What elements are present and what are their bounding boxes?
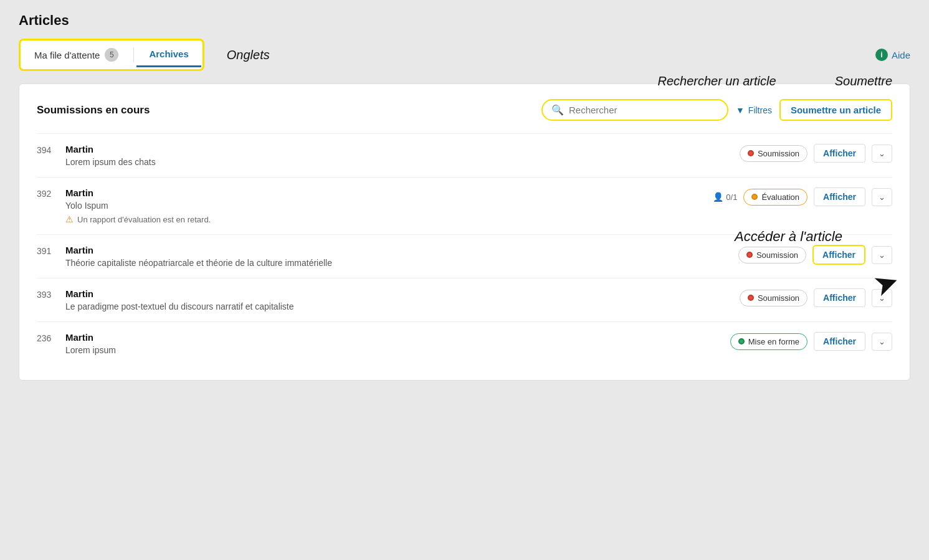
- filter-icon: ▼: [736, 105, 745, 115]
- status-label: Soumission: [756, 250, 798, 260]
- author-name: Martin: [65, 288, 294, 299]
- main-card: Soumissions en cours Rechercher un artic…: [19, 83, 910, 381]
- submission-right: Mise en forme Afficher ⌄: [730, 332, 892, 351]
- view-button[interactable]: Afficher: [814, 144, 865, 163]
- reviewer-count-value: 0/1: [726, 192, 737, 202]
- submission-title: Théorie capitaliste néopatriarcale et th…: [65, 258, 332, 268]
- view-button[interactable]: Afficher: [814, 187, 865, 206]
- warning-text: Un rapport d'évaluation est en retard.: [77, 215, 211, 224]
- status-dot-green: [738, 338, 745, 344]
- search-box: 🔍: [541, 99, 728, 121]
- submission-right: Soumission Afficher ⌄: [740, 288, 892, 307]
- status-badge: Évaluation: [743, 189, 808, 206]
- annotation-onglets: Onglets: [227, 48, 270, 62]
- table-row: Accéder à l'article 391 Martin Théorie c…: [37, 234, 892, 278]
- tab-queue-label: Ma file d'attente: [34, 50, 100, 60]
- submission-id: 392: [37, 187, 55, 199]
- submission-left: 392 Martin Yolo Ispum ⚠ Un rapport d'éva…: [37, 187, 713, 224]
- filters-button[interactable]: ▼ Filtres: [736, 105, 772, 115]
- status-dot-red: [746, 252, 753, 258]
- table-row: 236 Martin Lorem ipsum Mise en forme Aff…: [37, 321, 892, 365]
- submission-info: Martin Lorem ipsum: [65, 332, 116, 355]
- chevron-down-button[interactable]: ⌄: [872, 333, 892, 351]
- submission-left: 391 Martin Théorie capitaliste néopatria…: [37, 245, 332, 268]
- submission-id: 393: [37, 288, 55, 300]
- submission-right: Soumission Afficher ⌄: [740, 144, 892, 163]
- submit-article-button[interactable]: Soumettre un article: [779, 99, 892, 121]
- submissions-list: 394 Martin Lorem ipsum des chats Soumiss…: [37, 133, 892, 365]
- status-dot-red: [748, 295, 754, 301]
- table-row: 393 Martin Le paradigme post-textuel du …: [37, 278, 892, 321]
- tab-queue-badge: 5: [105, 48, 118, 62]
- submission-info: Martin Théorie capitaliste néopatriarcal…: [65, 245, 332, 268]
- help-label: Aide: [892, 50, 910, 60]
- warning-icon: ⚠: [65, 214, 74, 224]
- help-button[interactable]: i Aide: [875, 49, 910, 61]
- tab-divider: [133, 47, 134, 62]
- warning-row: ⚠ Un rapport d'évaluation est en retard.: [65, 214, 211, 224]
- status-badge: Mise en forme: [730, 333, 808, 350]
- person-icon: 👤: [713, 192, 723, 202]
- submission-id: 391: [37, 245, 55, 256]
- table-row: 394 Martin Lorem ipsum des chats Soumiss…: [37, 133, 892, 177]
- status-label: Soumission: [758, 149, 799, 158]
- search-input[interactable]: [569, 105, 718, 115]
- submission-title: Lorem ipsum des chats: [65, 157, 156, 167]
- author-name: Martin: [65, 245, 332, 255]
- chevron-down-button[interactable]: ⌄: [872, 188, 892, 206]
- section-title: Soumissions en cours: [37, 104, 150, 116]
- tabs-row: Ma file d'attente 5 Archives Onglets i A…: [19, 39, 910, 71]
- view-button-highlighted[interactable]: Afficher: [812, 245, 865, 265]
- tabs-container: Ma file d'attente 5 Archives: [19, 39, 204, 71]
- submission-left: 393 Martin Le paradigme post-textuel du …: [37, 288, 294, 311]
- chevron-down-button[interactable]: ⌄: [872, 246, 892, 264]
- annotation-soumettre: Soumettre: [835, 74, 892, 88]
- table-row: 392 Martin Yolo Ispum ⚠ Un rapport d'éva…: [37, 177, 892, 234]
- status-badge: Soumission: [740, 145, 808, 162]
- view-button[interactable]: Afficher: [814, 288, 865, 307]
- tab-queue[interactable]: Ma file d'attente 5: [22, 42, 131, 68]
- header-right: 🔍 ▼ Filtres Soumettre un article: [541, 99, 892, 121]
- submission-title: Yolo Ispum: [65, 201, 211, 211]
- submission-right: Soumission Afficher ➤ ⌄: [738, 245, 892, 265]
- chevron-down-button[interactable]: ⌄: [872, 145, 892, 163]
- tab-archives-label: Archives: [149, 49, 188, 59]
- submission-title: Lorem ipsum: [65, 345, 116, 355]
- status-label: Soumission: [758, 293, 799, 303]
- author-name: Martin: [65, 332, 116, 343]
- author-name: Martin: [65, 144, 156, 154]
- status-label: Mise en forme: [748, 337, 799, 346]
- search-icon: 🔍: [551, 104, 564, 116]
- help-icon: i: [875, 49, 888, 61]
- annotation-rechercher: Rechercher un article: [657, 74, 776, 88]
- submission-id: 394: [37, 144, 55, 155]
- submission-right: 👤 0/1 Évaluation Afficher ⌄: [713, 187, 892, 206]
- view-button[interactable]: Afficher: [814, 332, 865, 351]
- filters-label: Filtres: [748, 105, 772, 115]
- status-badge: Soumission: [738, 247, 806, 263]
- reviewer-count: 👤 0/1: [713, 192, 737, 202]
- submission-left: 394 Martin Lorem ipsum des chats: [37, 144, 156, 167]
- status-dot-orange: [751, 194, 758, 200]
- submission-id: 236: [37, 332, 55, 343]
- header-right-wrapper: Rechercher un article Soumettre 🔍 ▼ Filt…: [541, 99, 892, 121]
- submission-info: Martin Yolo Ispum ⚠ Un rapport d'évaluat…: [65, 187, 211, 224]
- submission-info: Martin Lorem ipsum des chats: [65, 144, 156, 167]
- author-name: Martin: [65, 187, 211, 198]
- status-label: Évaluation: [761, 192, 799, 202]
- annotation-acceder: Accéder à l'article: [735, 229, 842, 245]
- submission-title: Le paradigme post-textuel du discours na…: [65, 301, 294, 311]
- status-badge: Soumission: [740, 290, 808, 306]
- view-btn-wrapper: Afficher ➤: [812, 245, 865, 265]
- tab-archives[interactable]: Archives: [136, 42, 201, 67]
- submission-left: 236 Martin Lorem ipsum: [37, 332, 116, 355]
- submission-info: Martin Le paradigme post-textuel du disc…: [65, 288, 294, 311]
- page-title: Articles: [19, 12, 910, 29]
- card-header: Soumissions en cours Rechercher un artic…: [37, 99, 892, 121]
- status-dot-red: [748, 150, 754, 156]
